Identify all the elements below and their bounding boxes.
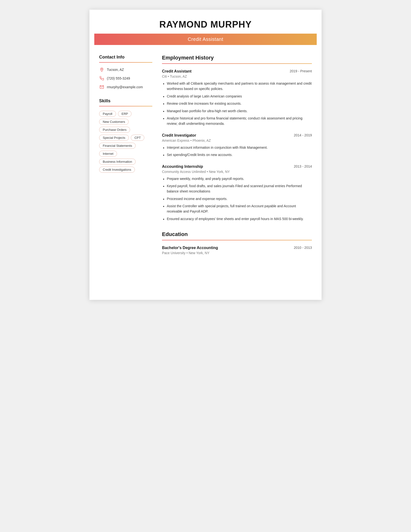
job-dates: 2019 - Present [290, 69, 312, 73]
edu-school: Pace University • New York, NY [162, 251, 312, 255]
job-bullet: Prepare weekly, monthly, and yearly payr… [162, 176, 312, 181]
job-header: Accounting Internship 2013 - 2014 [162, 164, 312, 169]
resume-page: RAYMOND MURPHY Credit Assistant Contact … [89, 10, 322, 300]
edu-dates: 2010 - 2013 [294, 246, 312, 249]
skill-tag: CPT [131, 135, 144, 141]
skills-tags-container: Payroll ERP New Customers Purchase Order… [99, 111, 152, 173]
job-company: American Express • Phoenix, AZ [162, 139, 312, 142]
job-company: Community Access Unlimited • New York, N… [162, 170, 312, 174]
job-header: Credit Investigator 2014 - 2019 [162, 133, 312, 138]
education-section: Education Bachelor's Degree Accounting 2… [162, 231, 312, 255]
job-dates: 2014 - 2019 [294, 133, 312, 137]
job-block-credit-investigator: Credit Investigator 2014 - 2019 American… [162, 133, 312, 158]
job-title: Credit Investigator [162, 133, 196, 138]
skill-tag: Internet [99, 151, 117, 157]
education-divider [162, 240, 312, 240]
job-bullet: Interpret account information in conjunc… [162, 145, 312, 150]
job-bullet: Managed loan portfolio for ultra-high ne… [162, 108, 312, 114]
job-bullet: Review credit line increases for existin… [162, 101, 312, 106]
job-title: Accounting Internship [162, 164, 203, 169]
edu-header: Bachelor's Degree Accounting 2010 - 2013 [162, 246, 312, 250]
skills-section-title: Skills [99, 98, 152, 104]
phone-icon [99, 76, 104, 81]
skill-tag: Credit Investigations [99, 167, 135, 173]
skill-tag: New Customers [99, 119, 129, 125]
skill-tag: Business Information [99, 159, 136, 165]
job-title: Credit Assistant [162, 69, 191, 74]
email-icon [99, 84, 104, 90]
skill-tag: Special Projects [99, 135, 129, 141]
job-bullets: Interpret account information in conjunc… [162, 145, 312, 158]
skill-tag: ERP [118, 111, 132, 117]
job-bullet: Keyed payroll, food drafts, and sales jo… [162, 183, 312, 194]
sidebar: Contact Info Tucson, AZ [99, 55, 152, 259]
job-block-credit-assistant: Credit Assistant 2019 - Present Citi • T… [162, 69, 312, 126]
svg-point-0 [101, 69, 102, 70]
job-header: Credit Assistant 2019 - Present [162, 69, 312, 74]
job-bullet: Ensured accuracy of employees' time shee… [162, 216, 312, 221]
job-bullet: Worked with all Citibank specialty merch… [162, 81, 312, 92]
employment-section: Employment History Credit Assistant 2019… [162, 55, 312, 221]
education-section-title: Education [162, 231, 312, 238]
job-bullet: Processed income and expense reports. [162, 196, 312, 201]
skills-section: Skills Payroll ERP New Customers Purchas… [99, 98, 152, 173]
title-banner: Credit Assistant [94, 34, 317, 45]
body-layout: Contact Info Tucson, AZ [89, 45, 322, 259]
skills-divider [99, 106, 152, 106]
candidate-title: Credit Assistant [188, 37, 223, 42]
job-dates: 2013 - 2014 [294, 164, 312, 168]
phone-text: (720) 555-3249 [107, 76, 130, 80]
email-text: rmurphy@example.com [107, 85, 143, 89]
job-bullet: Analyze historical and pro forma financi… [162, 116, 312, 126]
skill-tag: Financial Statements [99, 143, 136, 149]
contact-phone: (720) 555-3249 [99, 76, 152, 81]
contact-location: Tucson, AZ [99, 67, 152, 72]
edu-block: Bachelor's Degree Accounting 2010 - 2013… [162, 246, 312, 255]
location-icon [99, 67, 104, 72]
contact-divider [99, 62, 152, 63]
candidate-name: RAYMOND MURPHY [94, 19, 317, 30]
employment-divider [162, 63, 312, 64]
job-company: Citi • Tucson, AZ [162, 75, 312, 78]
skill-tag: Purchase Orders [99, 127, 130, 133]
resume-header: RAYMOND MURPHY Credit Assistant [89, 10, 322, 45]
skill-tag: Payroll [99, 111, 116, 117]
edu-degree: Bachelor's Degree Accounting [162, 246, 218, 250]
contact-section-title: Contact Info [99, 55, 152, 60]
contact-email: rmurphy@example.com [99, 84, 152, 90]
job-block-accounting-internship: Accounting Internship 2013 - 2014 Commun… [162, 164, 312, 222]
job-bullets: Prepare weekly, monthly, and yearly payr… [162, 176, 312, 222]
job-bullet: Assist the Controller with special proje… [162, 203, 312, 214]
job-bullet: Credit analysis of large Latin American … [162, 94, 312, 99]
job-bullet: Set spending/Credit limits on new accoun… [162, 152, 312, 157]
main-content: Employment History Credit Assistant 2019… [162, 55, 312, 259]
location-text: Tucson, AZ [107, 68, 124, 72]
job-bullets: Worked with all Citibank specialty merch… [162, 81, 312, 126]
employment-section-title: Employment History [162, 55, 312, 61]
